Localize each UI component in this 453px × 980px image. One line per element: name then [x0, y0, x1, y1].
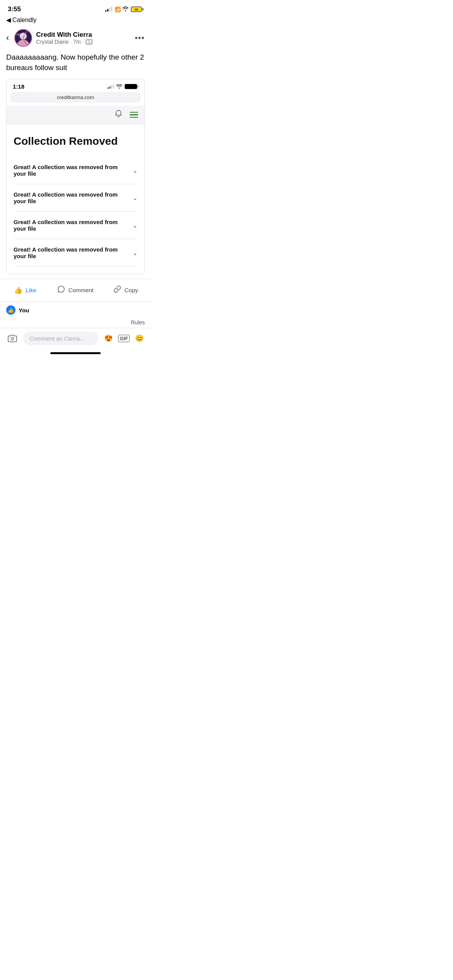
embed-url-bar: creditkarma.com	[10, 92, 141, 103]
comment-icon	[57, 285, 65, 295]
back-navigation[interactable]: ◀ Calendly	[0, 15, 151, 26]
status-bar: 3:55 📶 16	[0, 0, 151, 15]
comment-input[interactable]: Comment as Cierra...	[23, 332, 98, 345]
signal-icon	[105, 7, 112, 12]
reaction-thumbs-up-icon: 👍	[6, 305, 15, 315]
collection-item-1-text: Great! A collection was removed from you…	[14, 164, 132, 177]
chevron-down-icon-2: ⌄	[132, 194, 137, 202]
embed-wifi-icon	[116, 84, 122, 89]
avatar: CREDIT	[14, 29, 32, 47]
svg-point-7	[11, 338, 14, 340]
emoji-buttons: 😍 GIF 😊	[102, 332, 146, 344]
rules-row: Rules	[0, 319, 151, 328]
embed-time: 1:18	[13, 83, 24, 90]
embed-battery-icon	[125, 84, 138, 89]
embedded-screenshot: 1:18 creditkarma.com	[6, 79, 145, 274]
post-text: Daaaaaaaaang. Now hopefully the other 2 …	[0, 51, 151, 79]
copy-label: Copy	[124, 287, 138, 293]
ck-title: Collection Removed	[14, 135, 137, 147]
collection-item-4[interactable]: Great! A collection was removed from you…	[14, 239, 137, 267]
reactor-name: You	[19, 307, 29, 314]
status-icons: 📶 16	[105, 7, 143, 12]
svg-point-6	[88, 41, 90, 43]
back-arrow-icon: ◀	[6, 16, 11, 24]
svg-text:CREDIT: CREDIT	[17, 33, 26, 36]
wifi-icon: 📶	[115, 7, 129, 12]
camera-button[interactable]	[5, 331, 19, 345]
chevron-down-icon-4: ⌄	[132, 249, 137, 257]
smiley-emoji-button[interactable]: 😊	[133, 332, 146, 344]
bell-icon[interactable]	[114, 110, 123, 120]
chevron-down-icon-3: ⌄	[132, 222, 137, 229]
post-sub: Crystal Diane · 7m ·	[36, 39, 131, 45]
like-button[interactable]: 👍 Like	[0, 284, 50, 297]
collection-item-2[interactable]: Great! A collection was removed from you…	[14, 184, 137, 212]
collection-item-3[interactable]: Great! A collection was removed from you…	[14, 212, 137, 239]
hamburger-menu-icon[interactable]	[130, 112, 138, 118]
embed-status-bar: 1:18	[7, 79, 144, 92]
collection-item-4-text: Great! A collection was removed from you…	[14, 246, 132, 259]
link-icon	[113, 285, 121, 295]
reactions-row: 👍 You	[0, 302, 151, 319]
more-options-button[interactable]: •••	[135, 33, 145, 43]
heart-emoji-button[interactable]: 😍	[102, 332, 115, 344]
thumbs-up-icon: 👍	[14, 286, 22, 295]
photo-icon	[86, 39, 93, 45]
rules-label[interactable]: Rules	[131, 319, 145, 326]
back-label: Calendly	[12, 17, 36, 24]
creditkarma-header	[7, 106, 144, 124]
svg-rect-5	[86, 40, 91, 44]
action-bar: 👍 Like Comment Copy	[0, 279, 151, 302]
battery-level: 16	[135, 8, 138, 11]
post-meta: Credit With Cierra Crystal Diane · 7m ·	[36, 31, 131, 45]
embed-signal-icon	[108, 84, 114, 89]
post-back-button[interactable]: ‹	[6, 33, 9, 43]
chevron-down-icon-1: ⌄	[132, 167, 137, 174]
post-author: Crystal Diane	[36, 39, 69, 45]
creditkarma-content: Collection Removed Great! A collection w…	[7, 124, 144, 274]
comment-button[interactable]: Comment	[50, 283, 101, 297]
comment-label: Comment	[68, 287, 93, 293]
collection-item-1[interactable]: Great! A collection was removed from you…	[14, 157, 137, 184]
copy-button[interactable]: Copy	[101, 283, 151, 297]
like-label: Like	[26, 287, 36, 293]
status-time: 3:55	[8, 5, 21, 13]
gif-button[interactable]: GIF	[118, 332, 130, 344]
home-indicator	[0, 349, 151, 356]
post-header: ‹ CREDIT Credit With Cierra Crystal Dian…	[0, 26, 151, 51]
collection-item-2-text: Great! A collection was removed from you…	[14, 191, 132, 204]
post-time: 7m	[73, 39, 81, 45]
battery-indicator: 16	[131, 7, 143, 12]
comment-input-row: Comment as Cierra... 😍 GIF 😊	[0, 328, 151, 349]
collection-item-3-text: Great! A collection was removed from you…	[14, 219, 132, 232]
embed-icons	[108, 84, 138, 89]
post-page-name: Credit With Cierra	[36, 31, 131, 39]
